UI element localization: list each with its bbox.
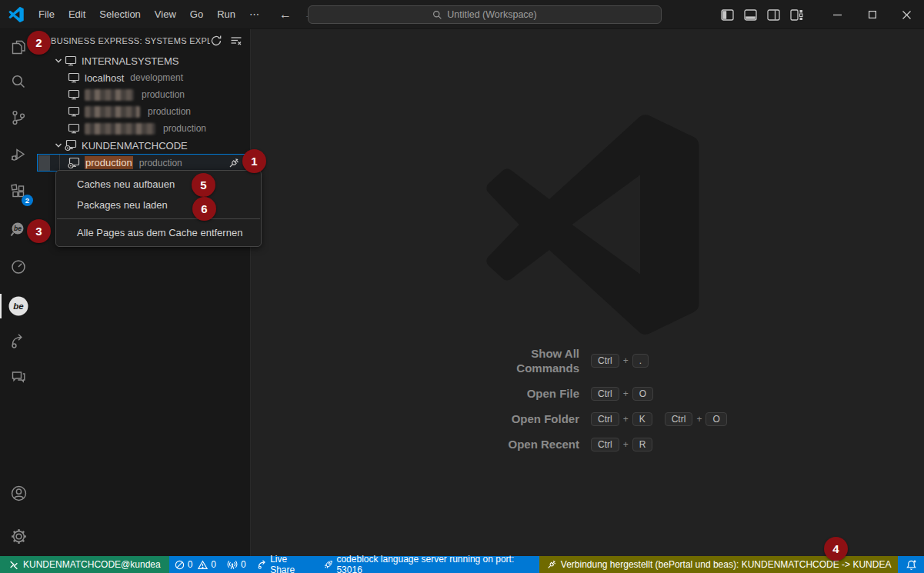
timer-icon[interactable] — [0, 249, 37, 285]
menu-file[interactable]: File — [32, 5, 62, 23]
annotation-badge-5: 5 — [192, 173, 215, 197]
close-window-button[interactable] — [889, 0, 924, 29]
tree-item-redacted-server[interactable]: production — [37, 120, 250, 137]
toggle-panel-icon[interactable] — [744, 9, 757, 21]
language-server-status[interactable]: codeblock language server running on por… — [318, 556, 539, 573]
business-express-icon[interactable]: be — [0, 288, 37, 324]
tree-item-description: production — [142, 89, 185, 100]
remote-indicator[interactable]: KUNDENMATCHCODE@kundea — [0, 556, 169, 573]
key-ctrl: Ctrl — [591, 387, 619, 401]
minimize-button[interactable] — [820, 0, 855, 29]
menu-item-packages-neu-laden[interactable]: Packages neu laden — [56, 195, 261, 215]
bell-icon — [906, 559, 917, 571]
run-debug-icon[interactable] — [0, 137, 37, 172]
annotation-badge-6: 6 — [192, 197, 216, 221]
account-icon[interactable] — [0, 475, 37, 511]
shortcut-label: Open Folder — [408, 411, 579, 426]
extensions-icon[interactable]: 2 — [0, 174, 37, 209]
tree-item-description: production — [163, 123, 206, 134]
menu-separator — [57, 218, 260, 219]
menu-edit[interactable]: Edit — [62, 5, 92, 23]
comments-icon[interactable] — [0, 358, 37, 394]
chevron-down-icon[interactable] — [52, 57, 65, 65]
menu-view[interactable]: View — [148, 5, 183, 23]
menu-run[interactable]: Run — [210, 5, 242, 23]
problems-indicator[interactable]: 0 0 — [169, 556, 222, 573]
sidebar-systems-explorer: BUSINESS EXPRESS: SYSTEMS EXPLOR... INTE… — [37, 29, 251, 556]
live-share-view-icon[interactable] — [0, 324, 37, 359]
warnings-count: 0 — [211, 559, 216, 570]
tree-item-kundenmatchcode[interactable]: KUNDENMATCHCODE — [37, 137, 250, 154]
server-icon — [68, 122, 80, 135]
tree-item-label: INTERNALSYSTEMS — [82, 55, 178, 67]
source-control-icon[interactable] — [0, 100, 37, 135]
status-bar: KUNDENMATCHCODE@kundea 0 0 0 Live Share — [0, 556, 924, 573]
toggle-sidebar-icon[interactable] — [721, 9, 734, 21]
server-icon — [68, 72, 80, 84]
refresh-icon[interactable] — [210, 35, 222, 47]
search-view-icon[interactable] — [0, 65, 37, 100]
tree-item-internalsystems[interactable]: INTERNALSYSTEMS — [37, 52, 250, 69]
notifications-bell-button[interactable] — [898, 556, 924, 573]
server-icon — [65, 55, 77, 67]
server-connected-icon — [65, 139, 77, 152]
broadcast-count: 0 — [241, 559, 246, 570]
clear-filter-icon[interactable] — [230, 35, 242, 47]
context-menu: Caches neu aufbauen Packages neu laden A… — [55, 170, 262, 247]
server-icon — [68, 105, 80, 118]
server-icon — [68, 88, 80, 101]
tree-item-description: development — [130, 72, 183, 83]
key-o: O — [632, 387, 653, 401]
key-ctrl: Ctrl — [665, 412, 693, 426]
maximize-button[interactable] — [855, 0, 889, 29]
remote-icon — [8, 559, 19, 570]
annotation-badge-2: 2 — [27, 31, 51, 55]
key-ctrl: Ctrl — [591, 412, 619, 426]
language-server-label: codeblock language server running on por… — [336, 554, 533, 573]
live-share-icon — [257, 559, 267, 570]
connect-plug-icon[interactable] — [228, 157, 240, 169]
tree-item-production-selected[interactable]: production production — [37, 154, 250, 172]
tree-item-redacted-server[interactable]: production — [37, 103, 250, 120]
key-r: R — [632, 438, 653, 451]
shortcut-keys: Ctrl + O — [589, 387, 839, 401]
plug-icon — [546, 559, 557, 570]
svg-text:be: be — [13, 301, 24, 311]
tree-item-label-highlighted: production — [85, 156, 133, 169]
shortcut-keys: Ctrl + K Ctrl + O — [589, 412, 839, 426]
menu-selection[interactable]: Selection — [92, 5, 147, 23]
shortcut-label: Show All Commands — [408, 346, 579, 375]
svg-text:be: be — [14, 225, 22, 232]
chevron-down-icon[interactable] — [52, 142, 65, 149]
vscode-logo-icon — [8, 7, 24, 22]
menu-item-alle-pages-cache-entfernen[interactable]: Alle Pages aus dem Cache entfernen — [56, 222, 261, 243]
command-center-label: Untitled (Workspace) — [447, 9, 536, 20]
plus-sign: + — [623, 414, 629, 425]
tree-item-label: KUNDENMATCHCODE — [82, 140, 188, 152]
live-share-button[interactable]: Live Share — [252, 556, 318, 573]
menu-go[interactable]: Go — [183, 5, 210, 23]
customize-layout-icon[interactable] — [790, 9, 803, 21]
plus-sign: + — [623, 388, 629, 399]
redacted-label — [85, 123, 155, 135]
broadcast-indicator[interactable]: 0 — [222, 556, 252, 573]
key-ctrl: Ctrl — [591, 354, 619, 368]
menu-item-caches-neu-aufbauen[interactable]: Caches neu aufbauen — [56, 174, 261, 195]
annotation-badge-4: 4 — [824, 537, 848, 561]
tree-item-localhost[interactable]: localhost development — [37, 69, 250, 86]
nav-back-icon[interactable]: ← — [277, 8, 294, 22]
connection-status[interactable]: Verbindung hergestellt (bePortal und bea… — [539, 556, 899, 573]
tree-item-label: localhost — [85, 72, 124, 84]
toggle-secondary-sidebar-icon[interactable] — [767, 9, 780, 21]
menu-more[interactable]: ⋯ — [242, 5, 266, 23]
errors-count: 0 — [188, 559, 193, 570]
redacted-label — [85, 106, 140, 118]
annotation-badge-3: 3 — [27, 219, 51, 243]
errors-icon — [175, 560, 185, 570]
tree-item-redacted-server[interactable]: production — [37, 86, 250, 103]
vscode-watermark-logo — [482, 114, 702, 335]
key-o: O — [706, 412, 726, 426]
title-bar: File Edit Selection View Go Run ⋯ ← → Un… — [0, 0, 924, 29]
settings-gear-icon[interactable] — [0, 518, 37, 554]
command-center-search[interactable]: Untitled (Workspace) — [308, 5, 662, 24]
